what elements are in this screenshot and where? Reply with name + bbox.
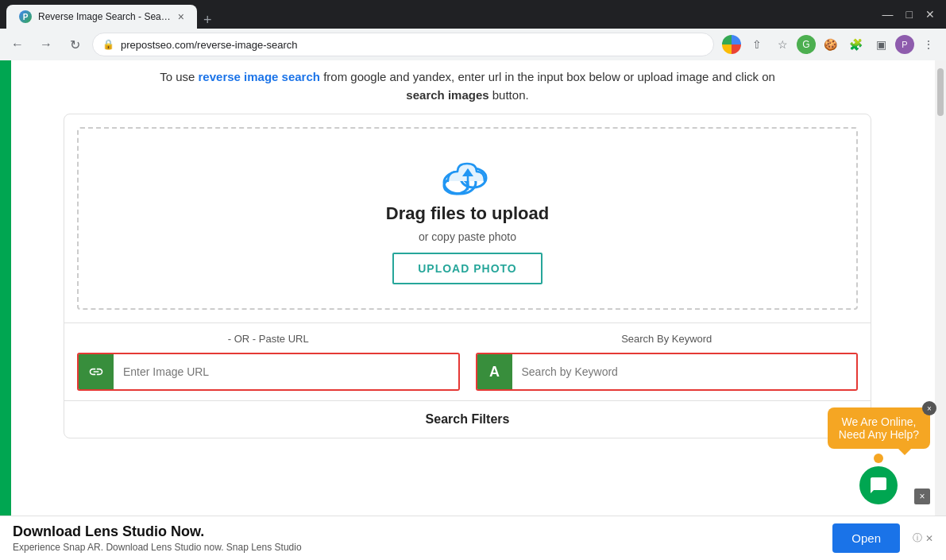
- ad-text-block: Download Lens Studio Now. Experience Sna…: [13, 523, 820, 553]
- intro-link-reverse[interactable]: reverse image search: [199, 70, 320, 83]
- google-circle: [722, 35, 741, 54]
- chat-bubble-line1: We Are Online,: [841, 415, 916, 428]
- intro-text-1: To use: [160, 70, 198, 83]
- ad-open-button[interactable]: Open: [832, 523, 900, 553]
- url-input-icon: [79, 354, 114, 389]
- maximize-button[interactable]: □: [902, 6, 917, 22]
- search-filters-row: Search Filters: [64, 400, 871, 438]
- cookie-icon[interactable]: 🍪: [819, 33, 841, 56]
- ad-info-icon[interactable]: ⓘ: [913, 531, 922, 545]
- url-input-wrapper: [77, 353, 460, 391]
- back-button[interactable]: ←: [6, 33, 29, 56]
- url-input-col: - OR - Paste URL: [77, 333, 460, 391]
- intro-highlight-1: reverse image search: [199, 70, 320, 83]
- ad-close-icons: ⓘ ✕: [913, 531, 933, 545]
- url-input-label: - OR - Paste URL: [77, 333, 460, 345]
- widget-close-button[interactable]: ×: [914, 489, 930, 504]
- intro-highlight-2: search images: [406, 88, 488, 102]
- scrollbar-thumb[interactable]: [937, 68, 944, 116]
- menu-button[interactable]: ⋮: [917, 33, 940, 56]
- chat-close-button[interactable]: ×: [922, 401, 936, 415]
- intro-text-2: from google and yandex, enter url in the…: [323, 70, 775, 83]
- google-apps-icon[interactable]: [720, 33, 743, 56]
- chat-dot: [874, 454, 883, 463]
- ad-close-row[interactable]: ⓘ ✕: [913, 531, 933, 545]
- upload-photo-button[interactable]: UPLOAD PHOTO: [392, 253, 543, 284]
- minimize-button[interactable]: —: [878, 6, 898, 22]
- profile-avatar[interactable]: P: [895, 35, 914, 54]
- browser-chrome: P Reverse Image Search - Search B × + — …: [0, 0, 946, 29]
- upload-title: Drag files to upload: [386, 203, 549, 224]
- extension-g-icon[interactable]: G: [797, 35, 816, 54]
- window-controls: — □ ✕: [878, 6, 940, 22]
- scrollbar[interactable]: [935, 60, 946, 560]
- intro-text: To use reverse image search from google …: [64, 60, 871, 104]
- toolbar-icons: ⇧ ☆ G 🍪 🧩 ▣ P ⋮: [720, 33, 940, 56]
- cloud-upload-icon: [440, 153, 496, 197]
- bookmark-icon[interactable]: ☆: [771, 33, 793, 56]
- lock-icon: 🔒: [102, 39, 114, 50]
- upload-subtitle: or copy paste photo: [419, 230, 516, 243]
- sidebar-icon[interactable]: ▣: [870, 33, 892, 56]
- new-tab-button[interactable]: +: [197, 12, 218, 29]
- intro-text-3: button.: [492, 88, 529, 102]
- tab-favicon: P: [19, 10, 32, 23]
- page-content: To use reverse image search from google …: [0, 60, 935, 560]
- browser-viewport: To use reverse image search from google …: [0, 60, 946, 560]
- ad-dismiss-icon[interactable]: ✕: [925, 533, 933, 544]
- close-window-button[interactable]: ✕: [921, 6, 940, 22]
- ad-title: Download Lens Studio Now.: [13, 523, 820, 540]
- puzzle-icon[interactable]: 🧩: [844, 33, 867, 56]
- chat-bubble: × We Are Online, Need Any Help?: [828, 407, 930, 449]
- url-input-field[interactable]: [114, 354, 458, 389]
- share-icon[interactable]: ⇧: [746, 33, 768, 56]
- chat-widget: × We Are Online, Need Any Help? ×: [828, 407, 930, 504]
- active-tab[interactable]: P Reverse Image Search - Search B ×: [6, 5, 197, 29]
- or-row: - OR - Paste URL Search By Keyword: [64, 322, 871, 400]
- keyword-input-wrapper: A: [476, 353, 859, 391]
- chat-circle-button[interactable]: [859, 466, 898, 504]
- keyword-input-label: Search By Keyword: [476, 333, 859, 345]
- tab-close-button[interactable]: ×: [178, 10, 184, 23]
- search-filters-label: Search Filters: [426, 412, 510, 426]
- upload-dashed-area[interactable]: Drag files to upload or copy paste photo…: [77, 127, 858, 310]
- keyword-input-col: Search By Keyword A: [476, 333, 859, 391]
- chat-icon: [869, 476, 888, 495]
- address-text: prepostseo.com/reverse-image-search: [121, 39, 298, 51]
- keyword-input-field[interactable]: [512, 354, 857, 389]
- green-sidebar: [0, 60, 11, 560]
- tab-title: Reverse Image Search - Search B: [38, 11, 172, 22]
- upload-box: Drag files to upload or copy paste photo…: [64, 114, 871, 438]
- ad-banner: Download Lens Studio Now. Experience Sna…: [0, 516, 946, 560]
- link-icon: [88, 364, 104, 380]
- chat-bubble-line2: Need Any Help?: [839, 428, 919, 441]
- address-bar[interactable]: 🔒 prepostseo.com/reverse-image-search: [92, 33, 714, 56]
- forward-button[interactable]: →: [35, 33, 57, 56]
- address-bar-row: ← → ↻ 🔒 prepostseo.com/reverse-image-sea…: [0, 29, 946, 60]
- keyword-input-icon: A: [477, 354, 512, 389]
- refresh-button[interactable]: ↻: [64, 33, 86, 56]
- tab-bar: P Reverse Image Search - Search B × +: [6, 0, 218, 29]
- ad-subtitle: Experience Snap AR. Download Lens Studio…: [13, 542, 820, 553]
